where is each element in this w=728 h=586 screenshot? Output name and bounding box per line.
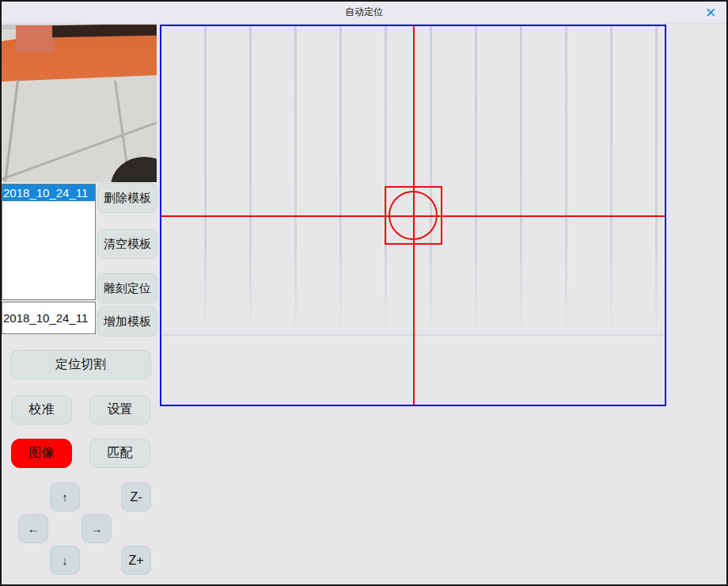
jog-z-plus-button[interactable]: Z+ — [121, 546, 151, 575]
template-name-input[interactable] — [2, 302, 96, 334]
arrow-right-icon: → — [91, 522, 103, 535]
template-list-item-selected[interactable]: 2018_10_24_11 — [2, 185, 95, 201]
auto-positioning-dialog: 自动定位 ✕ 2018_10_24_11 删除模板 清空模板 雕刻定位 增加模板… — [0, 0, 728, 586]
arrow-down-icon: ↓ — [62, 554, 68, 567]
template-thumbnail — [2, 25, 157, 182]
delete-template-button[interactable]: 删除模板 — [97, 183, 157, 213]
close-icon[interactable]: ✕ — [701, 4, 720, 21]
position-cut-button[interactable]: 定位切割 — [10, 350, 151, 379]
match-button[interactable]: 匹配 — [89, 439, 150, 468]
calibrate-button[interactable]: 校准 — [11, 395, 72, 424]
thumbnail-orange-stub — [16, 25, 54, 52]
arrow-left-icon: ← — [28, 522, 40, 535]
title-bar: 自动定位 ✕ — [2, 2, 726, 24]
arrow-up-icon: ↑ — [62, 490, 68, 504]
jog-up-button[interactable]: ↑ — [50, 482, 80, 512]
thumbnail-dark-object — [111, 157, 157, 182]
thumbnail-dark-strip — [52, 25, 157, 37]
page-title: 自动定位 — [345, 6, 383, 19]
jog-right-button[interactable]: → — [82, 514, 112, 543]
jog-left-button[interactable]: ← — [18, 514, 48, 543]
add-template-button[interactable]: 增加模板 — [97, 306, 157, 337]
thumbnail-tile-line — [3, 80, 19, 182]
engrave-position-button[interactable]: 雕刻定位 — [97, 273, 157, 303]
settings-button[interactable]: 设置 — [89, 395, 150, 424]
jog-down-button[interactable]: ↓ — [50, 546, 80, 575]
clear-templates-button[interactable]: 清空模板 — [97, 229, 157, 259]
target-circle-overlay — [389, 191, 438, 240]
template-list[interactable]: 2018_10_24_11 — [2, 184, 96, 300]
camera-view — [160, 25, 666, 406]
image-button-active[interactable]: 图像 — [11, 439, 72, 468]
jog-z-minus-button[interactable]: Z- — [121, 482, 151, 512]
